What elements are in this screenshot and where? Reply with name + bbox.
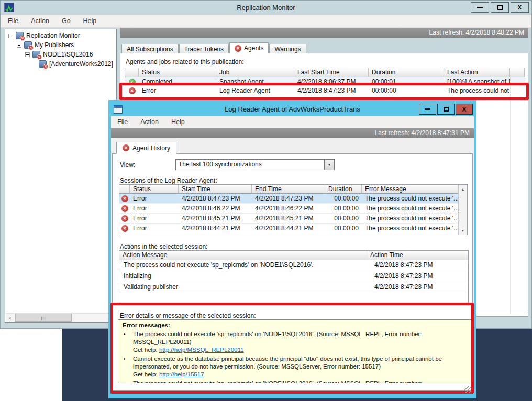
cell-end: 4/2/2018 8:45:21 PM (252, 214, 325, 224)
tree-node-label: NODE1\SQL2016 (43, 51, 93, 58)
header-duration[interactable]: Duration (369, 68, 444, 77)
view-dropdown[interactable]: The last 100 synchronizations ▼ (175, 159, 335, 170)
collapse-icon[interactable] (25, 52, 30, 57)
actions-label: Actions in the selected session: (120, 243, 207, 250)
dialog-menu-help[interactable]: Help (171, 118, 185, 126)
tree-node-replication-monitor[interactable]: ✕ Replication Monitor (5, 31, 116, 40)
close-button[interactable]: X (511, 2, 529, 13)
action-row[interactable]: Validating publisher 4/2/2018 8:47:23 PM (119, 282, 468, 293)
action-row[interactable]: The process could not execute 'sp_replcm… (119, 260, 468, 271)
cell-duration: 00:00:00 (325, 194, 362, 204)
cell-start: 4/2/2018 8:47:23 PM (179, 194, 252, 204)
dialog-menu-action[interactable]: Action (140, 118, 159, 126)
session-row[interactable]: ✕ Error 4/2/2018 8:44:21 PM 4/2/2018 8:4… (119, 224, 458, 233)
menu-help[interactable]: Help (83, 17, 97, 25)
resize-grip[interactable] (464, 386, 471, 393)
tab-label: All Subscriptions (127, 46, 173, 53)
main-titlebar[interactable]: Replication Monitor X (1, 1, 531, 15)
error-badge-icon: ✕ (28, 45, 34, 50)
maximize-icon (497, 5, 503, 10)
collapse-icon[interactable] (17, 43, 21, 48)
desktop: { "icons": { "error_glyph": "✕", "succes… (0, 0, 532, 401)
header-icon-col[interactable] (125, 68, 139, 77)
chevron-down-icon[interactable]: ▼ (324, 160, 334, 170)
publishers-node-icon: ✕ (24, 41, 32, 49)
cell-duration: 00:00:00 (325, 204, 362, 214)
header-last-start-time[interactable]: Last Start Time (294, 68, 369, 77)
header-job[interactable]: Job (216, 68, 294, 77)
main-menubar: File Action Go Help (1, 15, 531, 28)
cell-start: 4/2/2018 8:46:22 PM (179, 204, 252, 214)
maximize-button[interactable] (491, 2, 509, 13)
dialog-titlebar[interactable]: Log Reader Agent of AdvWorksProductTrans… (111, 103, 474, 116)
header-icon-col[interactable] (119, 185, 130, 194)
scroll-up-icon[interactable]: ▲ (459, 185, 467, 193)
error-status-icon: ✕ (121, 215, 128, 222)
tree-node-label: [AdventureWorks2012] (49, 60, 113, 68)
header-status[interactable]: Status (139, 68, 216, 77)
header-status[interactable]: Status (130, 185, 179, 194)
dialog-last-refresh: Last refresh: 4/2/2018 8:47:31 PM (375, 129, 470, 137)
tab-agent-history[interactable]: ✕ Agent History (116, 142, 176, 154)
menu-action[interactable]: Action (31, 17, 49, 25)
replication-monitor-icon (4, 3, 14, 12)
session-row[interactable]: ✕ Error 4/2/2018 8:45:21 PM 4/2/2018 8:4… (119, 214, 458, 224)
scroll-left-icon[interactable]: ‹ (6, 314, 15, 322)
tree-node-label: Replication Monitor (26, 32, 80, 39)
main-window-controls: X (469, 2, 529, 13)
error-status-icon: ✕ (121, 205, 128, 212)
tab-agents[interactable]: ✕ Agents (229, 42, 269, 53)
collapse-icon[interactable] (8, 34, 13, 38)
tab-all-subscriptions[interactable]: All Subscriptions (121, 44, 179, 53)
dialog-maximize-button[interactable] (437, 104, 455, 115)
dialog-minimize-button[interactable] (419, 104, 436, 115)
action-row[interactable]: Initializing 4/2/2018 8:47:23 PM (119, 271, 468, 282)
error-badge-icon: ✕ (43, 64, 48, 69)
sessions-label: Sessions of the Log Reader Agent: (120, 177, 217, 184)
dialog-menubar: File Action Help (111, 116, 474, 128)
menu-file[interactable]: File (8, 17, 18, 25)
tab-tracer-tokens[interactable]: Tracer Tokens (179, 44, 229, 53)
dialog-close-button[interactable]: X (456, 104, 473, 115)
error-badge-icon: ✕ (37, 54, 42, 60)
dialog-window-controls: X (418, 104, 473, 115)
view-label: View: (120, 161, 135, 169)
tab-warnings[interactable]: Warnings (269, 44, 306, 53)
cell-message: The process could not execute '... (362, 194, 458, 204)
tree-node-my-publishers[interactable]: ✕ My Publishers (5, 40, 116, 50)
cell-end: 4/2/2018 8:47:23 PM (252, 194, 325, 204)
cell-status: Error (130, 194, 179, 204)
cell-action-message: Validating publisher (119, 282, 367, 293)
actions-header-row: Action Message Action Time (119, 251, 468, 260)
cell-status: Error (130, 204, 179, 214)
scrollbar-thumb[interactable]: ||| (15, 314, 72, 322)
minimize-button[interactable] (471, 2, 489, 13)
close-icon: X (518, 1, 522, 15)
tab-label: Warnings (274, 46, 301, 53)
cell-start: 4/2/2018 8:44:21 PM (179, 224, 252, 233)
header-end-time[interactable]: End Time (252, 185, 325, 194)
header-last-action[interactable]: Last Action (444, 68, 510, 77)
cell-action-message: Initializing (119, 271, 367, 282)
header-spacer (510, 68, 525, 77)
tab-label: Tracer Tokens (184, 46, 224, 53)
session-row[interactable]: ✕ Error 4/2/2018 8:46:22 PM 4/2/2018 8:4… (119, 204, 458, 214)
header-action-time[interactable]: Action Time (367, 251, 468, 260)
tree-node-server[interactable]: ✕ NODE1\SQL2016 (5, 50, 116, 59)
tree-horizontal-scrollbar[interactable]: ‹ ||| (6, 313, 116, 322)
session-row[interactable]: ✕ Error 4/2/2018 8:47:23 PM 4/2/2018 8:4… (119, 194, 458, 204)
header-start-time[interactable]: Start Time (179, 185, 252, 194)
sessions-vertical-scrollbar[interactable]: ▲ ▼ (458, 185, 467, 235)
header-action-message[interactable]: Action Message (119, 251, 367, 260)
cell-message: The process could not execute '... (362, 214, 458, 224)
header-error-message[interactable]: Error Message (362, 185, 458, 194)
cell-status: Error (130, 214, 179, 224)
menu-go[interactable]: Go (62, 17, 71, 25)
header-duration[interactable]: Duration (325, 185, 362, 194)
scroll-down-icon[interactable]: ▼ (459, 226, 467, 235)
minimize-icon (477, 7, 483, 8)
tree-node-publication[interactable]: ✕ [AdventureWorks2012] (5, 59, 116, 69)
publication-tabs: All Subscriptions Tracer Tokens ✕ Agents… (121, 42, 307, 53)
cell-action-time: 4/2/2018 8:47:23 PM (367, 271, 468, 282)
dialog-menu-file[interactable]: File (117, 118, 128, 126)
